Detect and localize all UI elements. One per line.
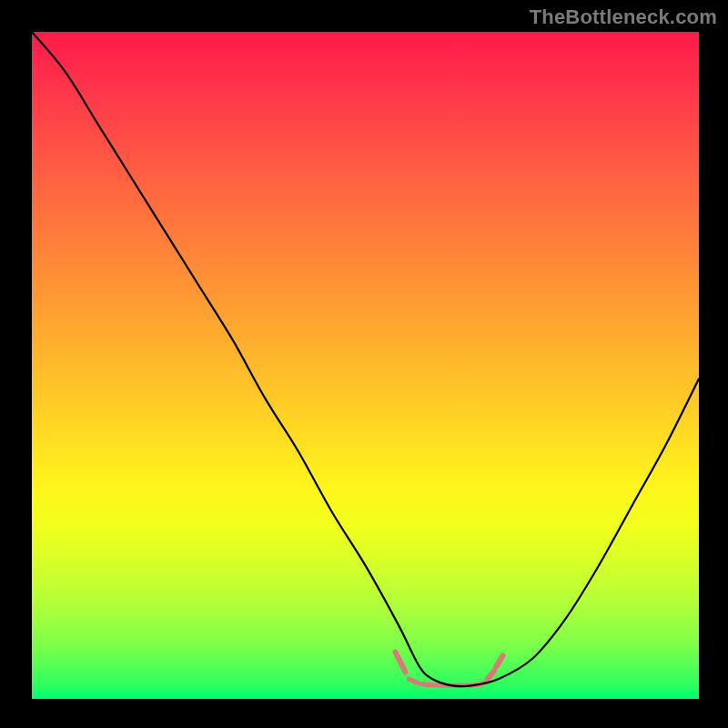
plot-area [32,32,699,699]
svg-line-9 [488,671,494,679]
svg-line-0 [395,652,405,672]
chart-svg [32,32,699,699]
watermark-text: TheBottleneck.com [530,5,717,29]
bottleneck-curve [32,32,699,686]
flat-region-markers [395,652,502,686]
svg-line-10 [496,655,502,666]
chart-frame: TheBottleneck.com [0,0,728,728]
